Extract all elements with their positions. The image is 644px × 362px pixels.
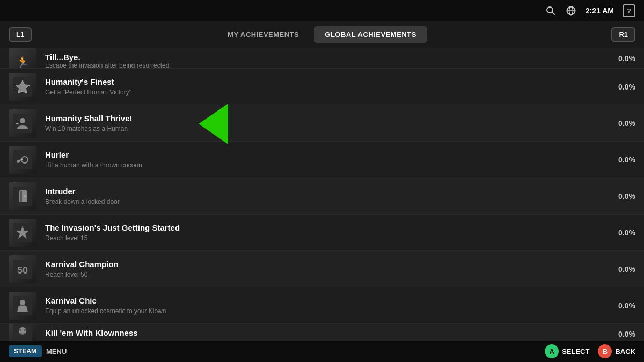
- achievement-text: Karnival Champion Reach level 50: [45, 260, 618, 278]
- achievement-text: Kill 'em With Klownness: [45, 328, 618, 339]
- svg-line-1: [552, 12, 554, 15]
- svg-text:50: 50: [17, 265, 28, 276]
- nav-tabs: MY ACHIEVEMENTS GLOBAL ACHIEVEMENTS: [217, 26, 427, 43]
- tab-my-achievements[interactable]: MY ACHIEVEMENTS: [217, 26, 310, 43]
- achievement-title: Karnival Champion: [45, 260, 618, 269]
- achievement-percent: 0.0%: [618, 228, 635, 237]
- bottom-right-controls: A SELECT B BACK: [545, 344, 635, 358]
- achievement-icon: [9, 73, 36, 101]
- list-item[interactable]: 🏃 Till...Bye. Escape the invasion after …: [0, 48, 644, 69]
- achievement-title: The Invasion's Just Getting Started: [45, 223, 618, 232]
- back-label: BACK: [615, 348, 635, 356]
- list-item[interactable]: 50 Karnival Champion Reach level 50 0.0%: [0, 251, 644, 287]
- achievement-title: Intruder: [45, 187, 618, 196]
- achievement-text: Karnival Chic Equip an unlocked cosmetic…: [45, 296, 618, 315]
- achievement-icon: [9, 182, 36, 210]
- achievement-desc: Reach level 50: [45, 271, 618, 278]
- achievement-title: Hurler: [45, 150, 618, 159]
- svg-point-23: [24, 329, 26, 331]
- select-button-group: A SELECT: [545, 344, 589, 358]
- top-bar: 2:21 AM ?: [0, 0, 644, 21]
- list-item[interactable]: Karnival Chic Equip an unlocked cosmetic…: [0, 287, 644, 324]
- achievement-icon-image: 50: [9, 255, 36, 283]
- achievement-icon-image: [9, 292, 36, 320]
- achievement-percent: 0.0%: [618, 119, 635, 128]
- list-item[interactable]: The Invasion's Just Getting Started Reac…: [0, 215, 644, 251]
- back-button-group: B BACK: [598, 344, 635, 358]
- steam-button[interactable]: STEAM: [9, 345, 42, 357]
- achievement-title: Kill 'em With Klownness: [45, 328, 618, 337]
- menu-label: MENU: [46, 348, 67, 356]
- achievement-icon-image: [9, 146, 36, 174]
- list-item[interactable]: Hurler Hit a human with a thrown cocoon …: [0, 142, 644, 178]
- select-label: SELECT: [562, 348, 589, 356]
- r1-button[interactable]: R1: [611, 27, 635, 42]
- achievement-icon: [9, 324, 36, 342]
- achievement-desc: Reach level 15: [45, 234, 618, 242]
- achievement-text: The Invasion's Just Getting Started Reac…: [45, 223, 618, 242]
- svg-point-14: [24, 195, 26, 197]
- achievement-desc: Escape the invasion after being resurrec…: [45, 62, 618, 69]
- l1-button[interactable]: L1: [9, 27, 32, 42]
- svg-point-7: [20, 118, 25, 123]
- achievement-title: Karnival Chic: [45, 296, 618, 305]
- achievement-text: Till...Bye. Escape the invasion after be…: [45, 53, 618, 69]
- achievement-percent: 0.0%: [618, 156, 635, 164]
- achievement-title: Humanity Shall Thrive!: [45, 114, 618, 123]
- achievement-percent: 0.0%: [618, 192, 635, 201]
- achievement-desc: Break down a locked door: [45, 198, 618, 205]
- achievement-icon: [9, 219, 36, 247]
- help-button[interactable]: ?: [623, 4, 635, 17]
- achievement-title: Humanity's Finest: [45, 77, 618, 86]
- achievement-desc: Hit a human with a thrown cocoon: [45, 161, 618, 169]
- svg-point-22: [19, 329, 21, 331]
- list-item[interactable]: Humanity's Finest Get a "Perfect Human V…: [0, 69, 644, 105]
- achievement-title: Till...Bye.: [45, 53, 618, 62]
- achievement-desc: Equip an unlocked cosmetic to your Klown: [45, 307, 618, 315]
- a-button[interactable]: A: [545, 344, 559, 358]
- nav-bar: L1 MY ACHIEVEMENTS GLOBAL ACHIEVEMENTS R…: [0, 21, 644, 48]
- achievement-icon-image: [9, 182, 36, 210]
- achievement-percent: 0.0%: [618, 265, 635, 274]
- search-icon[interactable]: [545, 5, 557, 17]
- bottom-bar: STEAM MENU A SELECT B BACK: [0, 341, 644, 362]
- b-button[interactable]: B: [598, 344, 612, 358]
- achievement-desc: Get a "Perfect Human Victory": [45, 88, 618, 96]
- achievement-icon-image: [9, 324, 36, 342]
- achievement-icon: [9, 292, 36, 320]
- achievement-list: 🏃 Till...Bye. Escape the invasion after …: [0, 48, 644, 344]
- achievement-text: Intruder Break down a locked door: [45, 187, 618, 205]
- achievement-icon: [9, 109, 36, 137]
- clock-display: 2:21 AM: [586, 6, 614, 15]
- achievement-text: Humanity Shall Thrive! Win 10 matches as…: [45, 114, 618, 132]
- achievement-icon: 🏃: [9, 48, 36, 69]
- achievement-text: Hurler Hit a human with a thrown cocoon: [45, 150, 618, 169]
- tab-global-achievements[interactable]: GLOBAL ACHIEVEMENTS: [314, 26, 427, 43]
- list-item[interactable]: Intruder Break down a locked door 0.0%: [0, 178, 644, 215]
- achievement-percent: 0.0%: [618, 330, 635, 338]
- achievement-percent: 0.0%: [618, 83, 635, 91]
- achievement-icon-image: [9, 219, 36, 247]
- achievement-icon-image: [9, 73, 36, 101]
- svg-rect-13: [20, 191, 22, 202]
- globe-icon[interactable]: [565, 5, 577, 17]
- svg-point-10: [17, 160, 20, 163]
- achievement-icon-image: [9, 109, 36, 137]
- achievement-text: Humanity's Finest Get a "Perfect Human V…: [45, 77, 618, 96]
- achievement-desc: Win 10 matches as a Human: [45, 125, 618, 132]
- achievement-percent: 0.0%: [618, 54, 635, 63]
- top-bar-icons: 2:21 AM ?: [545, 4, 635, 17]
- list-item[interactable]: Humanity Shall Thrive! Win 10 matches as…: [0, 105, 644, 142]
- svg-point-19: [20, 300, 25, 305]
- achievement-percent: 0.0%: [618, 301, 635, 310]
- achievement-icon: [9, 146, 36, 174]
- achievement-icon: 50: [9, 255, 36, 283]
